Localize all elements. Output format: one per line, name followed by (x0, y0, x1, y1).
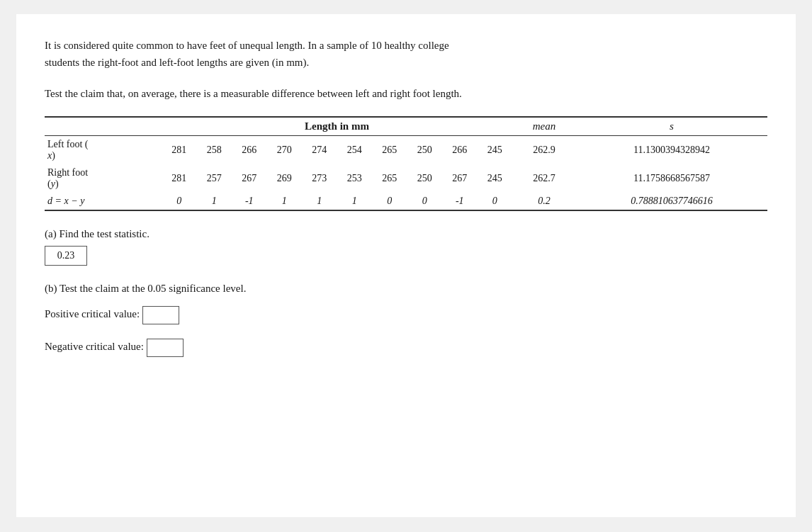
d-val-5: 1 (302, 193, 337, 210)
part-a-label: (a) Find the test statistic. (45, 228, 767, 240)
lf-val-7: 265 (372, 136, 407, 165)
d-val-2: 1 (197, 193, 232, 210)
left-foot-label: Left foot (x) (45, 136, 162, 165)
positive-critical-input[interactable] (142, 306, 179, 324)
lf-val-2: 258 (197, 136, 232, 165)
lf-val-3: 266 (232, 136, 267, 165)
rf-val-3: 267 (232, 164, 267, 193)
negative-critical-row: Negative critical value: (45, 339, 767, 357)
lf-val-8: 250 (407, 136, 443, 165)
negative-critical-input[interactable] (147, 339, 184, 357)
d-mean: 0.2 (512, 193, 576, 210)
positive-critical-label: Positive critical value: (45, 308, 140, 319)
rf-val-7: 265 (372, 164, 407, 193)
rf-s: 11.1758668567587 (576, 164, 767, 193)
page-container: It is considered quite common to have fe… (16, 14, 796, 517)
table-row-left-foot: Left foot (x) 281 258 266 270 274 254 26… (45, 136, 767, 165)
d-val-8: 0 (407, 193, 443, 210)
rf-val-4: 269 (267, 164, 303, 193)
col-header-rowlabel (45, 117, 162, 136)
d-val-3: -1 (232, 193, 267, 210)
d-val-10: 0 (478, 193, 513, 210)
data-table: Length in mm mean s Left foot (x) 281 25… (45, 116, 767, 211)
d-s: 0.788810637746616 (576, 193, 767, 210)
lf-val-6: 254 (337, 136, 373, 165)
negative-critical-label: Negative critical value: (45, 341, 144, 352)
col-header-mean: mean (512, 117, 576, 136)
d-val-7: 0 (372, 193, 407, 210)
rf-val-5: 273 (302, 164, 337, 193)
d-val-4: 1 (267, 193, 303, 210)
d-val-1: 0 (162, 193, 197, 210)
intro-line3: Test the claim that, on average, there i… (45, 85, 767, 102)
intro-line2: students the right-foot and left-foot le… (45, 57, 309, 68)
positive-critical-row: Positive critical value: (45, 306, 767, 324)
intro-line1: It is considered quite common to have fe… (45, 40, 449, 51)
rf-val-1: 281 (162, 164, 197, 193)
lf-val-4: 270 (267, 136, 303, 165)
part-b-label: (b) Test the claim at the 0.05 significa… (45, 283, 767, 295)
lf-val-5: 274 (302, 136, 337, 165)
lf-val-10: 245 (478, 136, 513, 165)
col-header-length: Length in mm (162, 117, 512, 136)
rf-val-8: 250 (407, 164, 443, 193)
d-val-9: -1 (442, 193, 478, 210)
rf-val-9: 267 (442, 164, 478, 193)
rf-mean: 262.7 (512, 164, 576, 193)
right-foot-label: Right foot(y) (45, 164, 162, 193)
lf-val-1: 281 (162, 136, 197, 165)
rf-val-10: 245 (478, 164, 513, 193)
rf-val-2: 257 (197, 164, 232, 193)
d-val-6: 1 (337, 193, 373, 210)
col-header-s: s (576, 117, 767, 136)
intro-paragraph: It is considered quite common to have fe… (45, 37, 767, 71)
part-a-answer: 0.23 (45, 246, 87, 266)
table-row-d: d = x − y 0 1 -1 1 1 1 0 0 -1 0 0.2 0.78… (45, 193, 767, 210)
rf-val-6: 253 (337, 164, 373, 193)
lf-s: 11.1300394328942 (576, 136, 767, 165)
lf-mean: 262.9 (512, 136, 576, 165)
d-label: d = x − y (45, 193, 162, 210)
lf-val-9: 266 (442, 136, 478, 165)
table-row-right-foot: Right foot(y) 281 257 267 269 273 253 26… (45, 164, 767, 193)
part-b-section: (b) Test the claim at the 0.05 significa… (45, 283, 767, 357)
part-a-section: (a) Find the test statistic. 0.23 (45, 228, 767, 266)
data-table-section: Length in mm mean s Left foot (x) 281 25… (45, 116, 767, 211)
